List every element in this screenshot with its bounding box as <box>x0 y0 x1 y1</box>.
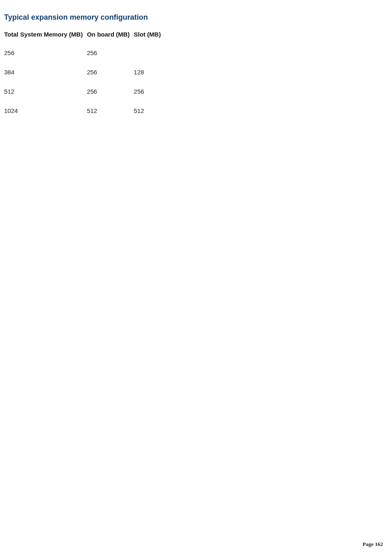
cell-total: 384 <box>4 69 87 88</box>
section-heading: Typical expansion memory configuration <box>4 13 388 22</box>
table-row: 512 256 256 <box>4 88 165 107</box>
page-number: Page 162 <box>363 541 383 548</box>
cell-total: 1024 <box>4 107 87 127</box>
cell-slot <box>134 49 165 69</box>
cell-onboard: 256 <box>87 49 134 69</box>
cell-onboard: 256 <box>87 69 134 88</box>
table-header-row: Total System Memory (MB) On board (MB) S… <box>4 31 165 49</box>
table-row: 256 256 <box>4 49 165 69</box>
col-header-total: Total System Memory (MB) <box>4 31 87 49</box>
cell-slot: 512 <box>134 107 165 127</box>
cell-onboard: 512 <box>87 107 134 127</box>
cell-slot: 256 <box>134 88 165 107</box>
memory-config-table: Total System Memory (MB) On board (MB) S… <box>4 31 165 127</box>
table-row: 1024 512 512 <box>4 107 165 127</box>
cell-total: 512 <box>4 88 87 107</box>
cell-slot: 128 <box>134 69 165 88</box>
cell-onboard: 256 <box>87 88 134 107</box>
table-row: 384 256 128 <box>4 69 165 88</box>
col-header-onboard: On board (MB) <box>87 31 134 49</box>
cell-total: 256 <box>4 49 87 69</box>
col-header-slot: Slot (MB) <box>134 31 165 49</box>
document-page: Typical expansion memory configuration T… <box>0 0 392 127</box>
